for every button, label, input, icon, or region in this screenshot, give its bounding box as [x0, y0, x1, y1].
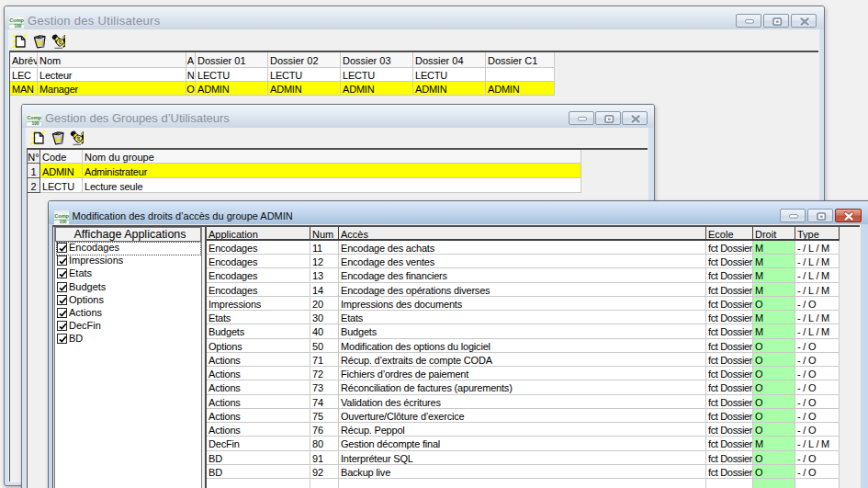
- svg-text:100: 100: [32, 121, 39, 126]
- svg-text:Compt: Compt: [54, 213, 69, 219]
- svg-text:Compt: Compt: [9, 17, 24, 23]
- svg-text:100: 100: [60, 220, 67, 224]
- svg-text:100: 100: [15, 24, 22, 28]
- svg-text:Compt: Compt: [27, 115, 41, 120]
